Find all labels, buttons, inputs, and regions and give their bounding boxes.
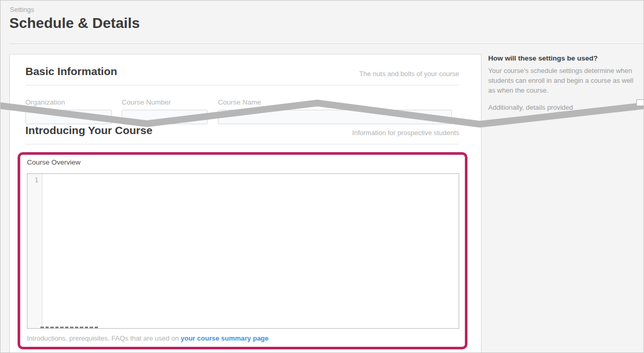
settings-card: Basic Information The nuts and bolts of … (9, 54, 481, 353)
header-divider (9, 43, 643, 44)
section-subtitle-introducing-your-course: Information for prospective students (352, 129, 459, 137)
screen-edge-square-artifact (636, 99, 644, 106)
annotation-highlight-box: Course Overview 1 Introductions, prerequ… (18, 152, 467, 349)
line-number: 1 (35, 176, 38, 184)
editor-line-number-gutter: 1 (27, 174, 42, 328)
course-overview-label: Course Overview (27, 158, 81, 166)
sidebar-paragraph: Your course's schedule settings determin… (488, 66, 633, 95)
section-title-introducing-your-course: Introducing Your Course (25, 124, 152, 137)
breadcrumb: Settings (10, 6, 34, 13)
overview-helper-prefix: Introductions, prerequisites, FAQs that … (27, 334, 181, 342)
sidebar-text-line: as when the course. (488, 85, 633, 95)
overview-helper-text: Introductions, prerequisites, FAQs that … (27, 334, 269, 342)
course-number-label: Course Number (122, 98, 171, 106)
section-subtitle-basic-information: The nuts and bolts of your course (359, 70, 459, 78)
section-divider (25, 85, 459, 85)
course-name-input[interactable] (218, 110, 452, 124)
organization-label: Organization (25, 98, 65, 106)
section-title-basic-information: Basic Information (25, 65, 117, 78)
course-number-input[interactable] (122, 110, 208, 124)
organization-input[interactable] (25, 110, 112, 124)
sidebar-text-line: students can enroll in and begin a cours… (488, 76, 633, 85)
settings-page: Settings Schedule & Details Basic Inform… (0, 0, 644, 353)
sidebar-text-line: Your course's schedule settings determin… (488, 66, 633, 76)
course-overview-editor[interactable]: 1 (27, 173, 459, 329)
page-title: Schedule & Details (9, 15, 140, 32)
course-summary-page-link[interactable]: your course summary page (181, 334, 269, 342)
section-divider (25, 144, 459, 144)
sidebar-paragraph-truncated: Additionally, details provided (488, 102, 573, 112)
course-name-label: Course Name (218, 98, 261, 106)
clipped-text-artifact (40, 327, 98, 328)
sidebar-text-line: Additionally, details provided (488, 102, 573, 112)
sidebar-heading: How will these settings be used? (488, 54, 598, 62)
